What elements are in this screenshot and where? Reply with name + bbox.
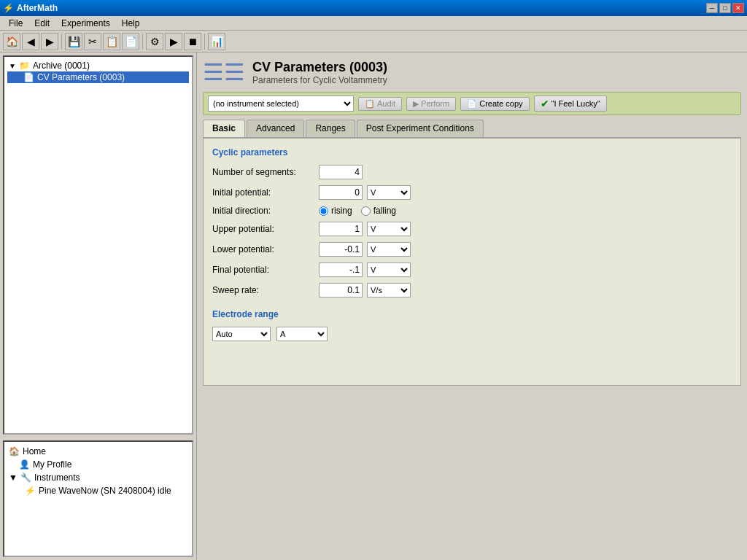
cv-file-icon: 📄: [23, 72, 34, 82]
menu-help[interactable]: Help: [116, 17, 146, 30]
tab-post[interactable]: Post Experiment Conditions: [357, 120, 484, 137]
toolbar-forward[interactable]: ▶: [41, 33, 58, 50]
form-area: Cyclic parameters Number of segments: In…: [203, 138, 741, 386]
titlebar-controls: ─ □ ✕: [706, 3, 744, 13]
toolbar-cut[interactable]: ✂: [84, 33, 101, 50]
titlebar: ⚡ AfterMath ─ □ ✕: [0, 0, 747, 16]
toolbar-sep2: [142, 34, 143, 50]
falling-radio[interactable]: [361, 206, 371, 216]
rising-label: rising: [331, 206, 352, 216]
toolbar-save[interactable]: 💾: [65, 33, 82, 50]
audit-icon: 📋: [365, 99, 375, 109]
copy-icon: 📄: [467, 99, 477, 109]
tab-advanced[interactable]: Advanced: [247, 120, 304, 137]
toolbar-copy[interactable]: 📋: [103, 33, 120, 50]
lower-potential-unit[interactable]: VmV: [367, 242, 411, 257]
lower-potential-input[interactable]: [319, 242, 363, 257]
toolbar-settings[interactable]: ⚙: [146, 33, 163, 50]
rising-radio[interactable]: [319, 206, 328, 216]
electrode-row: Auto 1 mA 100 µA 10 µA A mA µA: [212, 327, 732, 341]
audit-button[interactable]: 📋 Audit: [358, 97, 402, 111]
segments-input[interactable]: [319, 165, 363, 179]
initial-direction-row: Initial direction: rising falling: [212, 206, 732, 216]
tree-cv-params[interactable]: 📄 CV Parameters (0003): [7, 71, 189, 83]
lower-potential-row: Lower potential: VmV: [212, 242, 732, 257]
initial-direction-label: Initial direction:: [212, 206, 314, 216]
final-potential-input[interactable]: [319, 262, 363, 277]
toolbar-home[interactable]: 🏠: [3, 33, 20, 50]
profile-label: My Profile: [33, 459, 71, 470]
upper-potential-row: Upper potential: VmV: [212, 222, 732, 236]
electrode-section-title: Electrode range: [212, 309, 732, 319]
archive-label: Archive (0001): [33, 61, 90, 71]
perform-label: Perform: [421, 99, 449, 108]
content-subtitle: Parameters for Cyclic Voltammetry: [252, 75, 387, 85]
content-title: CV Parameters (0003): [252, 60, 387, 75]
tree-archive[interactable]: ▼ 📁 Archive (0001): [7, 60, 189, 71]
upper-potential-label: Upper potential:: [212, 224, 314, 234]
final-potential-row: Final potential: VmV: [212, 262, 732, 277]
lower-potential-label: Lower potential:: [212, 244, 314, 254]
create-copy-button[interactable]: 📄 Create copy: [460, 97, 529, 111]
sweep-rate-row: Sweep rate: V/smV/s: [212, 283, 732, 298]
direction-radio-group: rising falling: [319, 206, 396, 216]
instrument-select[interactable]: (no instrument selected): [208, 96, 354, 112]
main-area: ▼ 📁 Archive (0001) 📄 CV Parameters (0003…: [0, 52, 747, 560]
close-button[interactable]: ✕: [732, 3, 744, 13]
initial-potential-row: Initial potential: VmV: [212, 185, 732, 200]
minimize-button[interactable]: ─: [706, 3, 718, 13]
menu-edit[interactable]: Edit: [28, 17, 55, 30]
menu-experiments[interactable]: Experiments: [55, 17, 116, 30]
upper-potential-input[interactable]: [319, 222, 363, 236]
checkmark-icon: ✔: [541, 98, 549, 109]
maximize-button[interactable]: □: [719, 3, 731, 13]
left-panel: ▼ 📁 Archive (0001) 📄 CV Parameters (0003…: [0, 52, 197, 560]
right-panel: ☰☰ CV Parameters (0003) Parameters for C…: [197, 52, 747, 560]
menu-file[interactable]: File: [3, 17, 28, 30]
instruments-expand-icon[interactable]: ▼: [9, 472, 18, 483]
initial-potential-input[interactable]: [319, 185, 363, 200]
app-icon: ⚡: [3, 3, 14, 13]
toolbar-run[interactable]: ▶: [165, 33, 182, 50]
instrument-icon: ⚡: [25, 486, 36, 496]
tab-basic[interactable]: Basic: [203, 120, 245, 137]
bottom-panel: 🏠 Home 👤 My Profile ▼ 🔧 Instruments ⚡ Pi…: [3, 440, 193, 557]
instrument-bar: (no instrument selected) 📋 Audit ▶ Perfo…: [203, 92, 741, 115]
create-copy-label: Create copy: [479, 99, 522, 108]
home-label: Home: [23, 446, 46, 456]
content-header: ☰☰ CV Parameters (0003) Parameters for C…: [203, 58, 741, 86]
initial-potential-unit[interactable]: VmV: [367, 185, 411, 200]
electrode-range-select2[interactable]: A mA µA: [276, 327, 328, 341]
toolbar-back[interactable]: ◀: [22, 33, 39, 50]
sweep-rate-input[interactable]: [319, 283, 363, 298]
electrode-range-select1[interactable]: Auto 1 mA 100 µA 10 µA: [212, 327, 271, 341]
bottom-instruments[interactable]: ▼ 🔧 Instruments: [7, 471, 189, 484]
electrode-section: Electrode range Auto 1 mA 100 µA 10 µA A…: [212, 309, 732, 341]
bottom-home[interactable]: 🏠 Home: [7, 445, 189, 458]
bottom-profile[interactable]: 👤 My Profile: [7, 458, 189, 471]
tab-ranges[interactable]: Ranges: [306, 120, 355, 137]
cv-label: CV Parameters (0003): [37, 72, 125, 82]
upper-potential-unit[interactable]: VmV: [367, 222, 411, 236]
archive-folder-icon: 📁: [19, 61, 30, 71]
final-potential-unit[interactable]: VmV: [367, 262, 411, 277]
toolbar-chart[interactable]: 📊: [208, 33, 225, 50]
falling-label: falling: [374, 206, 396, 216]
sweep-rate-unit[interactable]: V/smV/s: [367, 283, 411, 298]
tabs: Basic Advanced Ranges Post Experiment Co…: [203, 120, 741, 138]
instrument-label: Pine WaveNow (SN 2408004) idle: [39, 486, 171, 496]
home-icon: 🏠: [9, 446, 20, 456]
menubar: File Edit Experiments Help: [0, 16, 747, 31]
perform-button[interactable]: ▶ Perform: [406, 97, 456, 111]
rising-option: rising: [319, 206, 352, 216]
toolbar-paste[interactable]: 📄: [122, 33, 139, 50]
bottom-instrument-item[interactable]: ⚡ Pine WaveNow (SN 2408004) idle: [7, 484, 189, 497]
toolbar: 🏠 ◀ ▶ 💾 ✂ 📋 📄 ⚙ ▶ ⏹ 📊: [0, 31, 747, 52]
instruments-icon: 🔧: [20, 472, 31, 483]
toolbar-stop[interactable]: ⏹: [184, 33, 201, 50]
toolbar-sep1: [61, 34, 62, 50]
feel-lucky-label: "I Feel Lucky": [551, 99, 600, 108]
feel-lucky-button[interactable]: ✔ "I Feel Lucky": [534, 96, 607, 112]
cyclic-section-title: Cyclic parameters: [212, 147, 732, 158]
archive-expand-icon[interactable]: ▼: [9, 62, 16, 70]
